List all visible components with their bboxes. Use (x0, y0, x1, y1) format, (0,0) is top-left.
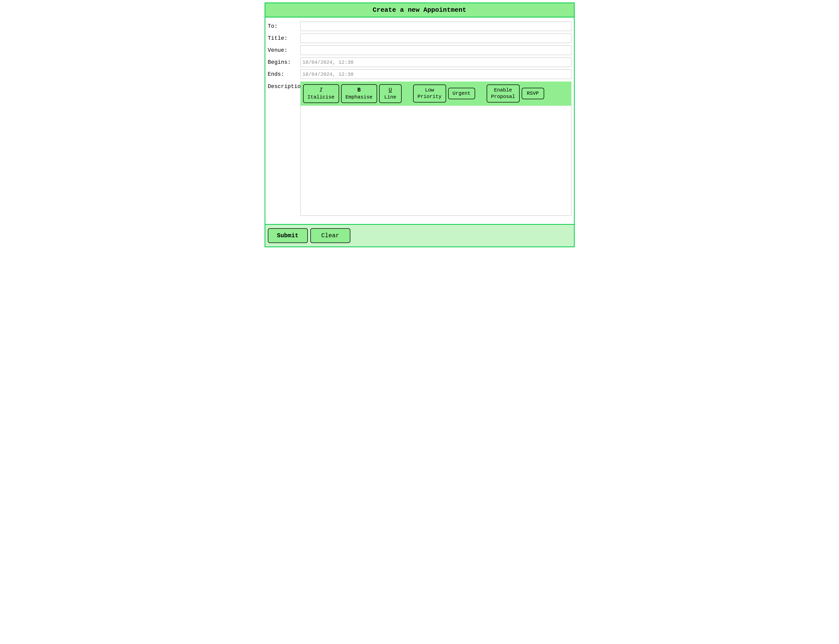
italicise-label: Italicise (308, 94, 335, 100)
description-section: I Italicise B Emphasise U Line Low Prio (300, 82, 571, 217)
urgent-button[interactable]: Urgent (448, 88, 475, 99)
rsvp-button[interactable]: RSVP (521, 88, 544, 99)
low-priority-button[interactable]: Low Priority (413, 84, 446, 102)
low-priority-line2: Priority (418, 94, 442, 100)
clear-button[interactable]: Clear (310, 228, 350, 243)
enable-proposal-line2: Proposal (491, 94, 515, 100)
submit-button[interactable]: Submit (268, 228, 308, 243)
low-priority-line1: Low (425, 87, 434, 94)
enable-proposal-line1: Enable (494, 87, 512, 94)
title-input[interactable] (300, 33, 571, 43)
to-label: To: (268, 23, 300, 30)
emphasise-label: Emphasise (345, 94, 373, 100)
begins-row: Begins: (268, 58, 571, 67)
begins-input[interactable] (300, 58, 571, 67)
line-button[interactable]: U Line (379, 84, 401, 103)
title-row: Title: (268, 33, 571, 43)
appointment-form: Create a new Appointment To: Title: Venu… (265, 3, 575, 247)
ends-row: Ends: (268, 69, 571, 79)
line-icon: U (388, 87, 392, 94)
ends-label: Ends: (268, 71, 300, 77)
emphasise-icon: B (357, 87, 360, 94)
description-label: Description: (268, 82, 300, 90)
enable-proposal-button[interactable]: Enable Proposal (487, 84, 520, 102)
urgent-label: Urgent (452, 90, 470, 97)
emphasise-button[interactable]: B Emphasise (341, 84, 377, 103)
venue-input[interactable] (300, 46, 571, 55)
begins-label: Begins: (268, 59, 300, 66)
line-label: Line (384, 94, 396, 100)
to-row: To: (268, 21, 571, 31)
venue-row: Venue: (268, 46, 571, 55)
to-input[interactable] (300, 21, 571, 31)
form-body: To: Title: Venue: Begins: Ends: Descript… (265, 18, 574, 224)
italicise-icon: I (319, 87, 322, 94)
venue-label: Venue: (268, 47, 300, 54)
title-label: Title: (268, 35, 300, 41)
footer: Submit Clear (265, 224, 574, 246)
ends-input[interactable] (300, 69, 571, 79)
rsvp-label: RSVP (527, 90, 539, 97)
description-row: Description: I Italicise B Emphasise U L… (268, 82, 571, 217)
description-toolbar: I Italicise B Emphasise U Line Low Prio (300, 82, 571, 106)
form-title: Create a new Appointment (265, 3, 574, 18)
description-textarea[interactable] (300, 106, 571, 216)
italicise-button[interactable]: I Italicise (303, 84, 339, 103)
